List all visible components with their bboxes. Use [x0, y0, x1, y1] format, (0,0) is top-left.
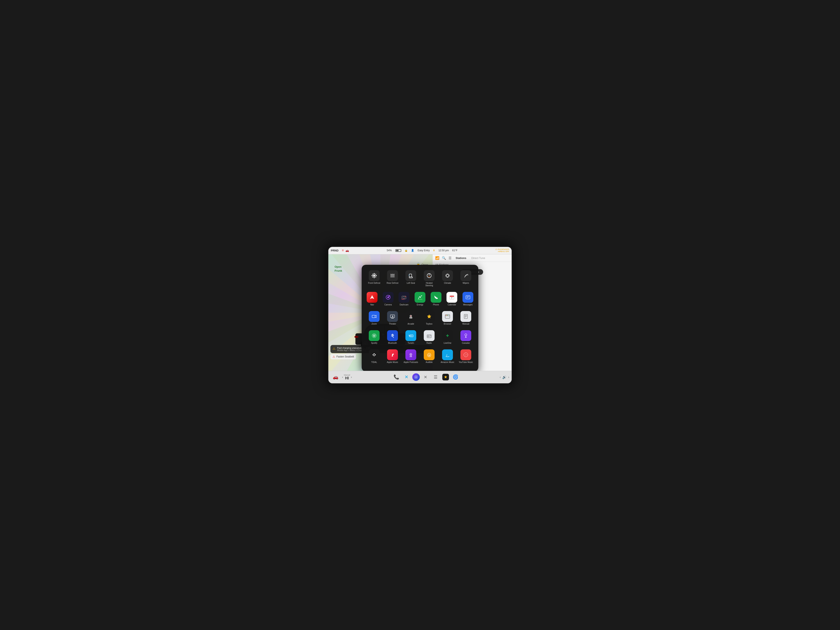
- tunein-icon: T: [406, 330, 416, 341]
- fan-speed-display: Manual HI: [344, 374, 350, 381]
- karaoke-icon: [460, 330, 471, 341]
- status-center: 54% 🔒 👤 Easy Entry ⬇ 12:50 pm 61°F: [387, 249, 458, 252]
- theater-item[interactable]: Theater: [384, 310, 401, 327]
- stations-tab[interactable]: Stations: [456, 256, 466, 260]
- dashcam-item[interactable]: REC Dashcam: [397, 291, 411, 307]
- wipers-item[interactable]: Wipers: [458, 269, 474, 288]
- streaming-row: TIDAL Apple Music Apple Podc: [365, 348, 475, 365]
- lock-icon[interactable]: 🔒: [404, 249, 408, 252]
- spotify-item[interactable]: Spotify: [366, 329, 382, 346]
- tunein-label: TuneIn: [408, 342, 414, 344]
- svg-marker-19: [372, 295, 374, 299]
- audible-icon: [424, 349, 434, 360]
- seatbelt-warning-icon: ⚠: [333, 355, 335, 358]
- profile-icon[interactable]: 👤: [411, 249, 414, 252]
- toybox-taskbar-button[interactable]: [442, 373, 450, 381]
- karaoke-label: Caraoke: [462, 342, 470, 344]
- climate-taskbar-button[interactable]: 🌀: [452, 373, 460, 381]
- easy-entry-label[interactable]: Easy Entry: [417, 249, 429, 252]
- volume-down-button[interactable]: ‹: [500, 376, 501, 379]
- zoom-item[interactable]: Zoom: [366, 310, 382, 327]
- youtube-music-label: YouTube Music: [459, 361, 473, 363]
- svg-marker-81: [444, 376, 447, 378]
- zoom-label: Zoom: [371, 323, 377, 325]
- messages-label: Messages: [463, 303, 473, 306]
- radio-item[interactable]: Radio: [421, 329, 437, 346]
- fasten-seatbelt-text: Fasten Seatbelt: [336, 355, 354, 358]
- energy-item[interactable]: Energy: [413, 291, 427, 307]
- next-arrow[interactable]: ›: [351, 374, 352, 380]
- nav-item[interactable]: Nav: [365, 291, 379, 307]
- toybox-icon: [424, 311, 434, 322]
- climate-item[interactable]: Climate: [439, 269, 456, 288]
- youtube-music-icon: [460, 349, 471, 360]
- rear-defrost-icon: [387, 270, 398, 281]
- rear-defrost-item[interactable]: Rear Defrost: [384, 269, 401, 288]
- manual-item[interactable]: Manual: [458, 310, 474, 327]
- radio-icon: [424, 330, 434, 341]
- svg-point-77: [465, 354, 466, 355]
- left-seat-label: Left Seat: [407, 282, 415, 284]
- volume-up-button[interactable]: ›: [508, 376, 509, 379]
- camera-label: Camera: [384, 303, 392, 306]
- phone-item[interactable]: Phone: [429, 291, 443, 307]
- svg-point-62: [428, 336, 429, 337]
- svg-text:7: 7: [451, 297, 452, 299]
- prev-arrow[interactable]: ‹: [342, 374, 344, 380]
- shuffle-button[interactable]: ✕: [402, 373, 411, 381]
- apple-music-item[interactable]: Apple Music: [384, 348, 401, 365]
- spotify-label: Spotify: [371, 342, 377, 344]
- left-seat-item[interactable]: Left Seat: [403, 269, 419, 288]
- camera-item[interactable]: Camera: [381, 291, 395, 307]
- playlist-button[interactable]: ☰: [431, 373, 440, 381]
- close-media-button[interactable]: ✕: [422, 373, 430, 381]
- media-player-button[interactable]: [412, 373, 420, 381]
- audible-item[interactable]: Audible: [421, 348, 437, 365]
- wipers-label: Wipers: [463, 282, 469, 284]
- signal-icon: 📶: [435, 256, 439, 260]
- apple-podcasts-label: Apple Podcasts: [404, 361, 418, 363]
- liveone-label: LiveOne: [444, 342, 451, 344]
- direct-tune-tab[interactable]: Direct Tune: [471, 256, 485, 260]
- front-defrost-label: Front Defrost: [368, 282, 380, 284]
- phone-app-label: Phone: [433, 303, 439, 306]
- arcade-item[interactable]: Arcade: [403, 310, 419, 327]
- calendar-item[interactable]: 7 Calendar: [445, 291, 459, 307]
- climate-label: Climate: [444, 282, 451, 284]
- liveone-item[interactable]: LiveOne: [439, 329, 456, 346]
- messages-item[interactable]: Messages: [461, 291, 475, 307]
- phone-call-button[interactable]: 📞: [392, 373, 401, 381]
- tunein-item[interactable]: T TuneIn: [403, 329, 419, 346]
- headlights-icon[interactable]: ≡: [342, 248, 344, 252]
- tidal-label: TIDAL: [371, 361, 377, 363]
- car-button[interactable]: 🚗: [331, 373, 340, 382]
- svg-point-21: [387, 297, 389, 298]
- taskbar: 🚗 ‹ Manual HI › 📞 ✕ ✕ ☰ 🌀: [328, 371, 512, 383]
- front-defrost-item[interactable]: Front Defrost: [366, 269, 382, 288]
- heated-steering-icon: [424, 270, 434, 281]
- svg-point-17: [446, 274, 449, 277]
- browser-item[interactable]: Browser: [439, 310, 456, 327]
- youtube-music-item[interactable]: YouTube Music: [458, 348, 474, 365]
- amazon-music-label: Amazon Music: [441, 361, 455, 363]
- heated-steering-label: Heated Steering: [422, 282, 437, 287]
- apple-podcasts-item[interactable]: Apple Podcasts: [403, 348, 419, 365]
- open-frunk-button[interactable]: OpenFrunk: [335, 265, 342, 273]
- liveone-icon: [442, 330, 453, 341]
- rear-defrost-label: Rear Defrost: [387, 282, 398, 284]
- prnd-display: PRND: [331, 249, 338, 252]
- heated-steering-item[interactable]: Heated Steering: [421, 269, 437, 288]
- amazon-music-item[interactable]: ♪ Amazon Music: [439, 348, 456, 365]
- karaoke-item[interactable]: Caraoke: [458, 329, 474, 346]
- tidal-item[interactable]: TIDAL: [366, 348, 382, 365]
- gear-icons: ≡ 🚗: [342, 248, 349, 252]
- menu-icon[interactable]: ☰: [448, 256, 452, 260]
- fan-mode-label: Manual: [344, 374, 350, 376]
- bluetooth-item[interactable]: Bluetooth: [384, 329, 401, 346]
- search-icon[interactable]: 🔍: [442, 256, 446, 260]
- svg-point-50: [447, 315, 448, 316]
- nav-controls: ‹ Manual HI ›: [342, 374, 352, 381]
- toybox-item[interactable]: Toybox: [421, 310, 437, 327]
- svg-rect-27: [418, 299, 422, 300]
- fasten-seatbelt-warning: ⚠ Fasten Seatbelt: [330, 354, 356, 359]
